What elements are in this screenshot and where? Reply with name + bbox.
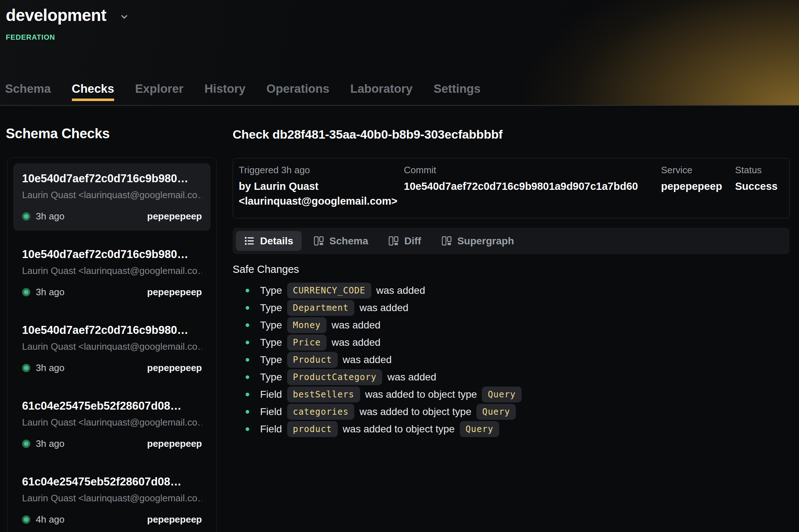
check-time: 3h ago — [22, 362, 65, 374]
nav-tab-schema[interactable]: Schema — [5, 70, 51, 105]
service-value: pepepepeep — [661, 179, 735, 194]
change-code-badge: Product — [287, 352, 338, 368]
change-suffix: was added — [387, 371, 436, 383]
detail-tab-supergraph[interactable]: Supergraph — [433, 231, 522, 251]
schema-check-list-item[interactable]: 61c04e25475eb52f28607d08… Laurin Quast <… — [13, 467, 211, 532]
meta-status: Status Success — [735, 165, 783, 209]
safe-change-row: Field bestSellers was added to object ty… — [246, 386, 790, 403]
detail-tab-diff[interactable]: Diff — [380, 231, 429, 251]
bullet-icon — [246, 306, 249, 310]
check-id: 10e540d7aef72c0d716c9b980… — [22, 324, 202, 337]
project-header: development FEDERATION Schema Checks Exp… — [0, 0, 799, 106]
nav-tab-operations[interactable]: Operations — [267, 70, 329, 105]
check-id: 61c04e25475eb52f28607d08… — [22, 475, 202, 488]
check-meta-row: 4h ago pepepepeep — [22, 514, 202, 525]
meta-service: Service pepepepeep — [661, 165, 735, 209]
bullet-icon — [246, 393, 249, 396]
bullet-icon — [246, 323, 249, 327]
project-title: development — [6, 4, 106, 27]
bullet-icon — [246, 341, 249, 344]
check-time-label: 3h ago — [36, 211, 65, 222]
change-kind: Field — [260, 389, 282, 400]
triggered-by-line: by Laurin Quast — [239, 179, 404, 194]
check-meta-row: 3h ago pepepepeep — [22, 362, 202, 374]
check-author: Laurin Quast <laurinquast@googlemail.co… — [22, 493, 202, 504]
safe-changes-title: Safe Changes — [233, 263, 790, 275]
check-service: pepepepeep — [147, 362, 202, 374]
check-time: 3h ago — [22, 287, 65, 298]
status-dot-icon — [22, 364, 30, 372]
columns-icon — [388, 236, 399, 246]
change-suffix: was added to object type — [343, 423, 455, 435]
check-meta-row: 3h ago pepepepeep — [22, 438, 202, 449]
check-author: Laurin Quast <laurinquast@googlemail.co… — [22, 417, 202, 428]
status-label: Status — [735, 165, 783, 176]
schema-check-list-item[interactable]: 10e540d7aef72c0d716c9b980… Laurin Quast … — [13, 239, 211, 306]
commit-value: 10e540d7aef72c0d716c9b9801a9d907c1a7bd60 — [404, 179, 661, 194]
columns-icon — [441, 236, 452, 246]
safe-change-row: Type CURRENCY_CODE was added — [246, 282, 790, 299]
change-code-badge: categories — [287, 404, 355, 420]
schema-check-list-item[interactable]: 10e540d7aef72c0d716c9b980… Laurin Quast … — [13, 163, 211, 231]
check-author: Laurin Quast <laurinquast@googlemail.co… — [22, 189, 202, 201]
safe-changes-list: Type CURRENCY_CODE was added Type Depart… — [233, 282, 790, 438]
change-suffix: was added — [376, 285, 425, 296]
safe-change-row: Type Department was added — [246, 299, 790, 317]
change-code-badge: CURRENCY_CODE — [287, 283, 371, 298]
bullet-icon — [246, 375, 249, 379]
change-suffix: was added — [343, 354, 392, 366]
nav-tab-history[interactable]: History — [204, 70, 246, 105]
change-object-type-badge: Query — [476, 404, 516, 420]
check-time: 3h ago — [22, 438, 65, 449]
safe-change-row: Type ProductCategory was added — [246, 369, 790, 386]
check-meta-box: Triggered 3h ago by Laurin Quast <laurin… — [233, 158, 790, 218]
nav-tab-laboratory[interactable]: Laboratory — [350, 70, 413, 105]
detail-tab-schema[interactable]: Schema — [305, 231, 376, 251]
change-suffix: was added to object type — [365, 389, 477, 400]
check-time-label: 4h ago — [36, 514, 65, 525]
service-label: Service — [661, 165, 735, 176]
commit-label: Commit — [404, 165, 661, 176]
schema-check-list-item[interactable]: 10e540d7aef72c0d716c9b980… Laurin Quast … — [13, 315, 211, 382]
nav-tab-checks[interactable]: Checks — [72, 70, 114, 105]
bullet-icon — [246, 289, 249, 292]
change-code-badge: Money — [287, 317, 327, 333]
check-time-label: 3h ago — [36, 287, 65, 298]
project-switcher-button[interactable] — [117, 9, 131, 25]
nav-tab-settings[interactable]: Settings — [433, 70, 480, 105]
check-service: pepepepeep — [147, 287, 202, 298]
check-author: Laurin Quast <laurinquast@googlemail.co… — [22, 341, 202, 352]
schema-check-list-item[interactable]: 61c04e25475eb52f28607d08… Laurin Quast <… — [13, 391, 211, 458]
check-service: pepepepeep — [147, 211, 202, 222]
change-suffix: was added — [332, 337, 380, 348]
check-author: Laurin Quast <laurinquast@googlemail.co… — [22, 265, 202, 276]
safe-change-row: Type Money was added — [246, 317, 790, 334]
change-kind: Type — [260, 354, 282, 366]
safe-change-row: Field product was added to object type Q… — [246, 420, 790, 438]
change-code-badge: bestSellers — [287, 387, 360, 402]
check-time: 3h ago — [22, 211, 65, 222]
triggered-email-line: <laurinquast@googlemail.com> — [239, 194, 404, 209]
change-object-type-badge: Query — [460, 421, 499, 437]
change-code-badge: product — [287, 421, 338, 437]
check-detail-tabs: Details Schema Diff Supergraph — [233, 228, 790, 254]
change-suffix: was added to object type — [359, 406, 471, 418]
change-kind: Type — [260, 337, 282, 348]
triggered-value: by Laurin Quast <laurinquast@googlemail.… — [239, 179, 404, 209]
nav-tab-explorer[interactable]: Explorer — [135, 70, 183, 105]
change-kind: Type — [260, 302, 282, 314]
safe-change-row: Field categories was added to object typ… — [246, 403, 790, 420]
project-type-badge: FEDERATION — [6, 33, 790, 42]
schema-checks-panel: Schema Checks 10e540d7aef72c0d716c9b980…… — [0, 106, 217, 532]
status-dot-icon — [22, 212, 30, 221]
check-id: 10e540d7aef72c0d716c9b980… — [22, 172, 202, 185]
columns-icon — [314, 236, 324, 246]
check-detail-title: Check db28f481-35aa-40b0-b8b9-303ecfabbb… — [233, 127, 790, 141]
schema-checks-list: 10e540d7aef72c0d716c9b980… Laurin Quast … — [7, 157, 217, 532]
status-dot-icon — [22, 440, 30, 448]
change-code-badge: ProductCategory — [287, 369, 383, 385]
meta-commit: Commit 10e540d7aef72c0d716c9b9801a9d907c… — [404, 165, 661, 209]
change-kind: Field — [260, 406, 282, 418]
change-suffix: was added — [359, 302, 408, 314]
detail-tab-details[interactable]: Details — [236, 231, 302, 251]
